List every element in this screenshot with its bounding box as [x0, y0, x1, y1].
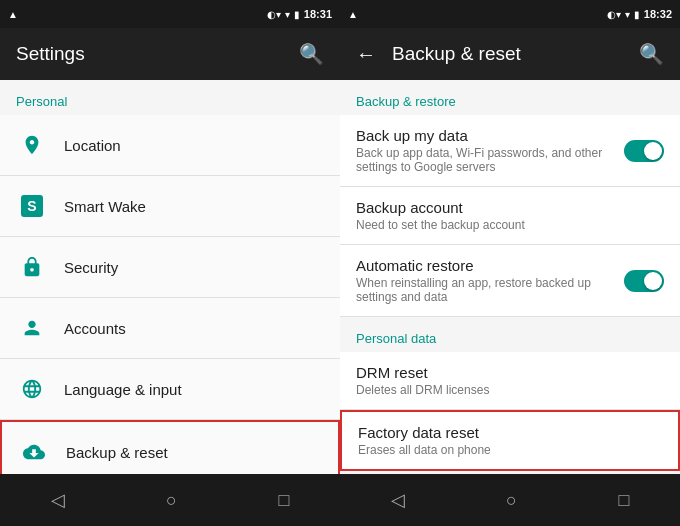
status-bar-left: ▲ ◐▾ ▾ ▮ 18:31 [0, 0, 340, 28]
left-nav-bar: ◁ ○ □ [0, 474, 340, 526]
right-panel: ▲ ◐▾ ▾ ▮ 18:32 ← Backup & reset 🔍 Backup… [340, 0, 680, 526]
settings-item-backup-my-data[interactable]: Back up my data Back up app data, Wi-Fi … [340, 115, 680, 187]
right-wifi-icon: ▾ [625, 9, 630, 20]
settings-item-backup-account[interactable]: Backup account Need to set the backup ac… [340, 187, 680, 245]
left-home-btn[interactable]: ○ [146, 482, 197, 519]
auto-restore-text: Automatic restore When reinstalling an a… [356, 257, 624, 304]
auto-restore-title: Automatic restore [356, 257, 624, 274]
left-recent-btn[interactable]: □ [258, 482, 309, 519]
location-icon [16, 129, 48, 161]
right-battery-icon: ▮ [634, 9, 640, 20]
left-panel: ▲ ◐▾ ▾ ▮ 18:31 Settings 🔍 Personal Locat… [0, 0, 340, 526]
right-top-bar: ← Backup & reset 🔍 [340, 28, 680, 80]
personal-section-label: Personal [0, 80, 340, 115]
language-icon [16, 373, 48, 405]
auto-restore-toggle[interactable] [624, 270, 664, 292]
language-title: Language & input [64, 381, 324, 398]
accounts-text: Accounts [64, 320, 324, 337]
backup-my-data-text: Back up my data Back up app data, Wi-Fi … [356, 127, 624, 174]
accounts-title: Accounts [64, 320, 324, 337]
settings-item-security[interactable]: Security [0, 237, 340, 298]
backup-account-text: Backup account Need to set the backup ac… [356, 199, 664, 232]
backup-icon [18, 436, 50, 468]
auto-restore-subtitle: When reinstalling an app, restore backed… [356, 276, 624, 304]
signal-icon: ◐▾ [267, 9, 281, 20]
right-recent-btn[interactable]: □ [598, 482, 649, 519]
left-back-btn[interactable]: ◁ [31, 481, 85, 519]
right-home-btn[interactable]: ○ [486, 482, 537, 519]
location-text: Location [64, 137, 324, 154]
factory-reset-subtitle: Erases all data on phone [358, 443, 662, 457]
triangle-icon: ▲ [8, 9, 18, 20]
backup-title: Backup & reset [66, 444, 322, 461]
right-search-icon[interactable]: 🔍 [639, 42, 664, 66]
right-title: Backup & reset [392, 43, 639, 65]
factory-reset-text: Factory data reset Erases all data on ph… [358, 424, 662, 457]
battery-icon: ▮ [294, 9, 300, 20]
status-time-left: 18:31 [304, 8, 332, 20]
left-title: Settings [16, 43, 299, 65]
settings-item-language[interactable]: Language & input [0, 359, 340, 420]
right-nav-bar: ◁ ○ □ [340, 474, 680, 526]
left-search-icon[interactable]: 🔍 [299, 42, 324, 66]
drm-reset-title: DRM reset [356, 364, 664, 381]
left-top-bar: Settings 🔍 [0, 28, 340, 80]
status-right-icons: ◐▾ ▾ ▮ 18:31 [267, 8, 332, 20]
settings-item-auto-restore[interactable]: Automatic restore When reinstalling an a… [340, 245, 680, 317]
right-content: Backup & restore Back up my data Back up… [340, 80, 680, 474]
settings-item-smart-wake[interactable]: S Smart Wake [0, 176, 340, 237]
right-status-left-icons: ▲ [348, 9, 358, 20]
right-signal-icon: ◐▾ [607, 9, 621, 20]
drm-reset-text: DRM reset Deletes all DRM licenses [356, 364, 664, 397]
status-left-icons: ▲ [8, 9, 18, 20]
left-content: Personal Location S Smart Wake [0, 80, 340, 474]
security-icon [16, 251, 48, 283]
backup-my-data-toggle[interactable] [624, 140, 664, 162]
backup-restore-section-label: Backup & restore [340, 80, 680, 115]
backup-my-data-title: Back up my data [356, 127, 624, 144]
smart-wake-title: Smart Wake [64, 198, 324, 215]
backup-account-subtitle: Need to set the backup account [356, 218, 664, 232]
backup-account-title: Backup account [356, 199, 664, 216]
smart-wake-icon: S [16, 190, 48, 222]
backup-text: Backup & reset [66, 444, 322, 461]
factory-reset-title: Factory data reset [358, 424, 662, 441]
right-back-btn[interactable]: ◁ [371, 481, 425, 519]
security-text: Security [64, 259, 324, 276]
backup-my-data-subtitle: Back up app data, Wi-Fi passwords, and o… [356, 146, 624, 174]
accounts-icon [16, 312, 48, 344]
drm-reset-subtitle: Deletes all DRM licenses [356, 383, 664, 397]
location-title: Location [64, 137, 324, 154]
right-triangle-icon: ▲ [348, 9, 358, 20]
personal-data-section-label: Personal data [340, 317, 680, 352]
language-text: Language & input [64, 381, 324, 398]
settings-item-factory-reset[interactable]: Factory data reset Erases all data on ph… [340, 410, 680, 471]
settings-item-location[interactable]: Location [0, 115, 340, 176]
settings-item-accounts[interactable]: Accounts [0, 298, 340, 359]
status-time-right: 18:32 [644, 8, 672, 20]
right-status-right-icons: ◐▾ ▾ ▮ 18:32 [607, 8, 672, 20]
right-back-icon[interactable]: ← [356, 43, 376, 66]
s-letter-icon: S [21, 195, 43, 217]
security-title: Security [64, 259, 324, 276]
settings-item-backup[interactable]: Backup & reset [0, 420, 340, 474]
status-bar-right: ▲ ◐▾ ▾ ▮ 18:32 [340, 0, 680, 28]
wifi-icon: ▾ [285, 9, 290, 20]
settings-item-drm-reset[interactable]: DRM reset Deletes all DRM licenses [340, 352, 680, 410]
smart-wake-text: Smart Wake [64, 198, 324, 215]
